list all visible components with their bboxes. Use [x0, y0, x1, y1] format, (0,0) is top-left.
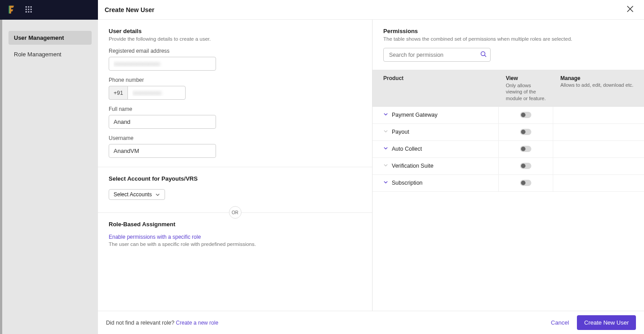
user-details-heading: User details [109, 28, 361, 34]
close-icon [626, 5, 634, 13]
permissions-heading: Permissions [383, 28, 633, 34]
svg-rect-0 [25, 6, 27, 8]
cancel-button[interactable]: Cancel [551, 319, 569, 326]
select-account-heading: Select Account for Payouts/VRS [109, 175, 361, 182]
svg-rect-1 [28, 6, 30, 8]
enable-role-link[interactable]: Enable permissions with a specific role [109, 234, 361, 240]
view-toggle[interactable] [520, 129, 531, 135]
svg-rect-8 [30, 11, 32, 13]
permission-product-cell[interactable]: Verification Suite [373, 158, 499, 174]
svg-point-9 [481, 52, 485, 56]
app-switcher-icon[interactable] [25, 6, 32, 14]
permission-product-cell[interactable]: Payout [373, 124, 499, 140]
close-modal-button[interactable] [624, 3, 636, 16]
permission-row: Auto Collect [373, 141, 644, 158]
select-accounts-dropdown[interactable]: Select Accounts [109, 189, 165, 200]
svg-rect-7 [28, 11, 30, 13]
username-input[interactable] [109, 144, 216, 158]
permission-product-name: Payout [392, 129, 409, 135]
create-new-role-link[interactable]: Create a new role [176, 320, 218, 326]
select-accounts-label: Select Accounts [114, 191, 152, 198]
view-toggle[interactable] [520, 163, 531, 169]
svg-rect-6 [25, 11, 27, 13]
permission-row: Payout [373, 124, 644, 141]
left-panel: User details Provide the following detai… [98, 20, 373, 311]
sidebar-item-role-management[interactable]: Role Management [8, 47, 92, 61]
svg-rect-3 [25, 8, 27, 10]
footer-helper-text: Did not find a relevant role? Create a n… [106, 320, 218, 326]
create-user-modal: Create New User User details Provide the… [98, 0, 644, 334]
sidebar: User Management Role Management [2, 20, 98, 334]
svg-rect-2 [30, 6, 32, 8]
column-manage: Manage Allows to add, edit, download etc… [553, 70, 644, 107]
permission-product-name: Verification Suite [392, 163, 433, 169]
permission-row: Verification Suite [373, 158, 644, 175]
permissions-subtitle: The table shows the combined set of perm… [383, 36, 633, 42]
modal-title: Create New User [105, 6, 154, 13]
email-label: Registered email address [109, 48, 361, 54]
permission-product-cell[interactable]: Payment Gateway [373, 107, 499, 123]
chevron-down-icon [383, 163, 388, 169]
right-panel: Permissions The table shows the combined… [373, 20, 644, 311]
create-user-submit-button[interactable]: Create New User [577, 315, 636, 330]
chevron-down-icon [383, 180, 388, 186]
chevron-down-icon [155, 192, 160, 197]
username-label: Username [109, 135, 361, 141]
view-toggle[interactable] [520, 146, 531, 152]
permission-product-cell[interactable]: Subscription [373, 175, 499, 191]
chevron-down-icon [383, 129, 388, 135]
chevron-down-icon [383, 146, 388, 152]
view-toggle[interactable] [520, 180, 531, 186]
role-note: The user can be with a specific role wit… [109, 241, 361, 247]
user-details-subtitle: Provide the following details to create … [109, 36, 361, 42]
view-toggle[interactable] [520, 112, 531, 118]
permission-row: Subscription [373, 175, 644, 192]
column-product: Product [373, 70, 499, 107]
sidebar-item-user-management[interactable]: User Management [8, 31, 92, 45]
permission-search-input[interactable] [383, 48, 491, 62]
or-divider: OR [229, 206, 242, 219]
phone-label: Phone number [109, 77, 361, 83]
permissions-table-header: Product View Only allows viewing of the … [373, 70, 644, 107]
email-input[interactable] [109, 57, 216, 71]
permission-row: Payment Gateway [373, 107, 644, 124]
fullname-label: Full name [109, 106, 361, 112]
brand-logo-icon [6, 4, 16, 16]
column-view: View Only allows viewing of the module o… [499, 70, 553, 107]
svg-rect-4 [28, 8, 30, 10]
svg-rect-5 [30, 8, 32, 10]
search-icon [480, 51, 487, 59]
permission-product-cell[interactable]: Auto Collect [373, 141, 499, 157]
phone-prefix: +91 [109, 86, 127, 100]
top-navbar [0, 0, 98, 20]
phone-input[interactable] [127, 86, 186, 100]
role-assignment-heading: Role-Based Assignment [109, 221, 361, 228]
chevron-down-icon [383, 112, 388, 118]
permission-product-name: Payment Gateway [392, 112, 437, 118]
fullname-input[interactable] [109, 115, 216, 129]
permission-product-name: Auto Collect [392, 146, 422, 152]
permission-product-name: Subscription [392, 180, 423, 186]
